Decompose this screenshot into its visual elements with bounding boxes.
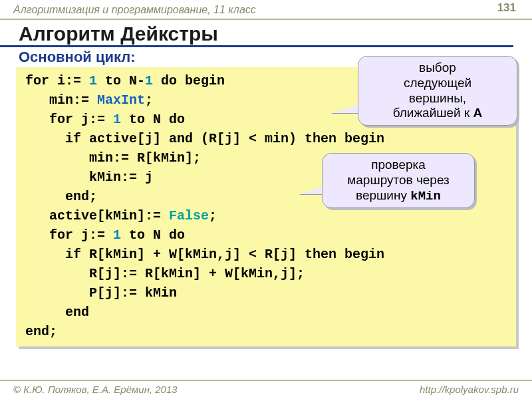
credit: © К.Ю. Поляков, Е.А. Ерёмин, 2013	[13, 384, 178, 395]
footer-url: http://kpolyakov.spb.ru	[420, 384, 519, 395]
page-number: 131	[497, 1, 516, 15]
callout-route-check: проверка маршрутов через вершину kMin	[322, 153, 475, 208]
slide-title: Алгоритм Дейкстры	[0, 20, 513, 47]
slide-header: Алгоритмизация и программирование, 11 кл…	[0, 0, 532, 20]
slide-footer: © К.Ю. Поляков, Е.А. Ерёмин, 2013 http:/…	[0, 380, 532, 399]
callout-vertex-select: выбор следующей вершины, ближайшей к A	[358, 56, 517, 126]
course-label: Алгоритмизация и программирование, 11 кл…	[13, 4, 256, 15]
